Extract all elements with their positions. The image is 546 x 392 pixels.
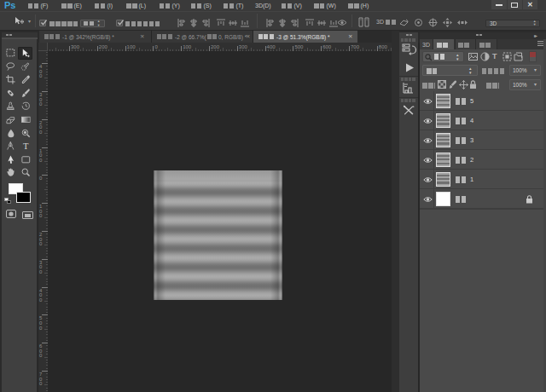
svg-text:T: T: [23, 141, 29, 151]
